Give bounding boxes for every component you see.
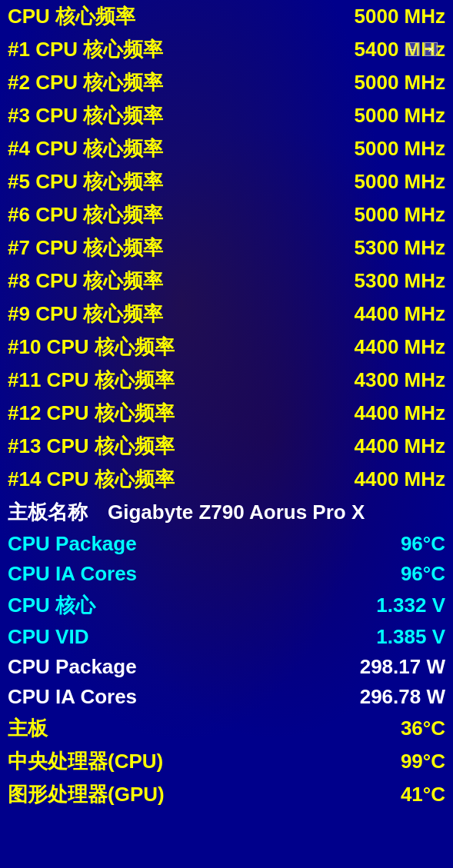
cpu-core-freq-11-value: 4300 MHz xyxy=(322,368,445,392)
gpu-temp-value: 41°C xyxy=(322,783,445,806)
cpu-package-power-value: 298.17 W xyxy=(322,655,445,679)
cpu-core-freq-13-label: #13 CPU 核心频率 xyxy=(8,433,322,460)
cpu-core-freq-14: #14 CPU 核心频率4400 MHz xyxy=(3,463,450,496)
cpu-package-power: CPU Package298.17 W xyxy=(3,652,450,682)
cpu-core-freq-1-label: #1 CPU 核心频率 xyxy=(8,36,322,63)
cpu-temp-value: 99°C xyxy=(322,750,445,773)
motherboard-temp-value: 36°C xyxy=(322,717,445,740)
cpu-core-freq-6: #6 CPU 核心频率5000 MHz xyxy=(3,198,450,231)
gpu-temp-label: 图形处理器(GPU) xyxy=(8,781,322,808)
cpu-ia-cores-power-value: 296.78 W xyxy=(322,685,445,709)
cpu-core-freq-8: #8 CPU 核心频率5300 MHz xyxy=(3,264,450,298)
cpu-core-freq-7-value: 5300 MHz xyxy=(322,236,445,260)
cpu-ia-cores-power: CPU IA Cores296.78 W xyxy=(3,682,450,712)
cpu-core-freq-6-label: #6 CPU 核心频率 xyxy=(8,201,322,228)
motherboard-temp: 主板36°C xyxy=(3,712,450,745)
cpu-vid: CPU VID1.385 V xyxy=(3,622,450,652)
cpu-core-freq: CPU 核心频率5000 MHz xyxy=(3,0,450,33)
close-button[interactable]: ✕ xyxy=(424,42,438,56)
cpu-core-freq-9-value: 4400 MHz xyxy=(322,302,445,326)
cpu-vid-value: 1.385 V xyxy=(322,625,445,649)
cpu-core-freq-value: 5000 MHz xyxy=(322,5,445,28)
cpu-package-temp: CPU Package96°C xyxy=(3,529,450,559)
cpu-core-freq-14-value: 4400 MHz xyxy=(322,467,445,491)
cpu-core-freq-5: #5 CPU 核心频率5000 MHz xyxy=(3,165,450,198)
cpu-core-freq-8-value: 5300 MHz xyxy=(322,269,445,293)
cpu-core-freq-3-value: 5000 MHz xyxy=(322,104,445,128)
cpu-temp-label: 中央处理器(CPU) xyxy=(8,748,322,775)
cpu-core-freq-3-label: #3 CPU 核心频率 xyxy=(8,102,322,129)
cpu-core-freq-7: #7 CPU 核心频率5300 MHz xyxy=(3,231,450,264)
cpu-package-temp-label: CPU Package xyxy=(8,532,322,556)
window-controls: ─ ✕ xyxy=(405,42,438,56)
cpu-core-freq-6-value: 5000 MHz xyxy=(322,203,445,227)
cpu-core-freq-11-label: #11 CPU 核心频率 xyxy=(8,367,322,394)
cpu-core-freq-4-label: #4 CPU 核心频率 xyxy=(8,135,322,162)
minimize-button[interactable]: ─ xyxy=(405,42,419,56)
cpu-package-power-label: CPU Package xyxy=(8,655,322,679)
cpu-core-freq-12-label: #12 CPU 核心频率 xyxy=(8,400,322,427)
cpu-core-freq-10: #10 CPU 核心频率4400 MHz xyxy=(3,331,450,364)
cpu-core-freq-2: #2 CPU 核心频率5000 MHz xyxy=(3,66,450,99)
motherboard-name-label: 主板名称 Gigabyte Z790 Aorus Pro X xyxy=(8,499,445,526)
cpu-core-freq-4-value: 5000 MHz xyxy=(322,137,445,161)
cpu-vid-label: CPU VID xyxy=(8,625,322,649)
cpu-core-freq-12-value: 4400 MHz xyxy=(322,401,445,425)
cpu-core-freq-13: #13 CPU 核心频率4400 MHz xyxy=(3,430,450,463)
motherboard-name: 主板名称 Gigabyte Z790 Aorus Pro X xyxy=(3,496,450,529)
cpu-core-freq-5-value: 5000 MHz xyxy=(322,170,445,194)
cpu-core-freq-10-label: #10 CPU 核心频率 xyxy=(8,334,322,361)
cpu-core-freq-14-label: #14 CPU 核心频率 xyxy=(8,466,322,493)
cpu-core-volt: CPU 核心1.332 V xyxy=(3,589,450,622)
cpu-core-freq-10-value: 4400 MHz xyxy=(322,335,445,359)
cpu-core-volt-value: 1.332 V xyxy=(322,594,445,617)
gpu-temp: 图形处理器(GPU)41°C xyxy=(3,778,450,811)
cpu-core-freq-7-label: #7 CPU 核心频率 xyxy=(8,234,322,261)
cpu-core-freq-12: #12 CPU 核心频率4400 MHz xyxy=(3,397,450,430)
cpu-core-freq-2-value: 5000 MHz xyxy=(322,71,445,95)
cpu-core-freq-3: #3 CPU 核心频率5000 MHz xyxy=(3,99,450,132)
cpu-core-freq-1: #1 CPU 核心频率5400 MHz xyxy=(3,33,450,66)
cpu-core-freq-8-label: #8 CPU 核心频率 xyxy=(8,268,322,294)
cpu-ia-cores-temp: CPU IA Cores96°C xyxy=(3,559,450,589)
cpu-core-freq-2-label: #2 CPU 核心频率 xyxy=(8,69,322,96)
cpu-core-freq-5-label: #5 CPU 核心频率 xyxy=(8,168,322,195)
cpu-core-freq-9-label: #9 CPU 核心频率 xyxy=(8,301,322,328)
cpu-core-volt-label: CPU 核心 xyxy=(8,592,322,619)
cpu-package-temp-value: 96°C xyxy=(322,532,445,556)
cpu-core-freq-4: #4 CPU 核心频率5000 MHz xyxy=(3,132,450,165)
cpu-core-freq-11: #11 CPU 核心频率4300 MHz xyxy=(3,364,450,397)
main-content: CPU 核心频率5000 MHz#1 CPU 核心频率5400 MHz#2 CP… xyxy=(0,0,453,811)
motherboard-temp-label: 主板 xyxy=(8,715,322,742)
cpu-core-freq-9: #9 CPU 核心频率4400 MHz xyxy=(3,298,450,331)
cpu-ia-cores-temp-label: CPU IA Cores xyxy=(8,562,322,586)
cpu-ia-cores-power-label: CPU IA Cores xyxy=(8,685,322,709)
cpu-temp: 中央处理器(CPU)99°C xyxy=(3,745,450,778)
cpu-core-freq-label: CPU 核心频率 xyxy=(8,3,322,30)
cpu-ia-cores-temp-value: 96°C xyxy=(322,562,445,586)
cpu-core-freq-13-value: 4400 MHz xyxy=(322,434,445,458)
